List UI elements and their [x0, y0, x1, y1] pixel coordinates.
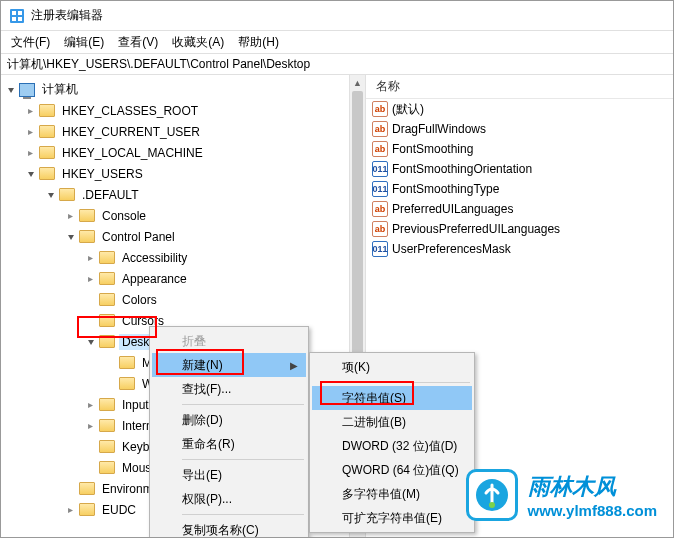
list-item[interactable]: 011FontSmoothingType — [366, 179, 673, 199]
value-name: FontSmoothingType — [392, 182, 499, 196]
folder-icon — [99, 461, 115, 474]
twisty-icon[interactable] — [63, 230, 77, 244]
twisty-icon[interactable] — [3, 83, 17, 97]
ctx-label: 折叠 — [182, 333, 206, 350]
value-name: DragFullWindows — [392, 122, 486, 136]
list-item[interactable]: 011UserPreferencesMask — [366, 239, 673, 259]
ctx-find[interactable]: 查找(F)... — [152, 377, 306, 401]
list-header-name[interactable]: 名称 — [366, 75, 673, 99]
ctx-copy-key-name[interactable]: 复制项名称(C) — [152, 518, 306, 538]
tree-hku[interactable]: HKEY_USERS — [1, 163, 365, 184]
folder-icon — [99, 272, 115, 285]
twisty-icon[interactable] — [23, 146, 37, 160]
folder-icon — [99, 335, 115, 348]
ctx-new-binary[interactable]: 二进制值(B) — [312, 410, 472, 434]
tree-default[interactable]: .DEFAULT — [1, 184, 365, 205]
folder-icon — [99, 440, 115, 453]
tree-hkcu[interactable]: HKEY_CURRENT_USER — [1, 121, 365, 142]
tree-root[interactable]: 计算机 — [1, 79, 365, 100]
ctx-new-expandstring[interactable]: 可扩充字符串值(E) — [312, 506, 472, 530]
reg-string-icon: ab — [372, 101, 388, 117]
tree-accessibility[interactable]: Accessibility — [1, 247, 365, 268]
ctx-label: QWORD (64 位)值(Q) — [342, 462, 459, 479]
menu-view[interactable]: 查看(V) — [112, 32, 164, 53]
list-item[interactable]: abPreferredUILanguages — [366, 199, 673, 219]
value-name: PreviousPreferredUILanguages — [392, 222, 560, 236]
tree-label: EUDC — [99, 502, 139, 518]
twisty-icon[interactable] — [83, 251, 97, 265]
context-menu-key: 折叠 新建(N)▶ 查找(F)... 删除(D) 重命名(R) 导出(E) 权限… — [149, 326, 309, 538]
ctx-new-key[interactable]: 项(K) — [312, 355, 472, 379]
list-item[interactable]: ab(默认) — [366, 99, 673, 119]
tree-label: Control Panel — [99, 229, 178, 245]
twisty-icon[interactable] — [83, 398, 97, 412]
tree-hklm[interactable]: HKEY_LOCAL_MACHINE — [1, 142, 365, 163]
twisty-icon[interactable] — [23, 104, 37, 118]
list-body: ab(默认) abDragFullWindows abFontSmoothing… — [366, 99, 673, 259]
svg-rect-3 — [12, 17, 16, 21]
folder-icon — [119, 356, 135, 369]
tree-hkcr[interactable]: HKEY_CLASSES_ROOT — [1, 100, 365, 121]
menu-edit[interactable]: 编辑(E) — [58, 32, 110, 53]
folder-icon — [39, 125, 55, 138]
menu-file[interactable]: 文件(F) — [5, 32, 56, 53]
ctx-new-multistring[interactable]: 多字符串值(M) — [312, 482, 472, 506]
ctx-export[interactable]: 导出(E) — [152, 463, 306, 487]
twisty-icon[interactable] — [63, 503, 77, 517]
address-input[interactable] — [7, 57, 667, 71]
twisty-icon — [83, 314, 97, 328]
list-header-label: 名称 — [376, 78, 400, 95]
twisty-icon[interactable] — [63, 209, 77, 223]
twisty-icon[interactable] — [83, 272, 97, 286]
window-title: 注册表编辑器 — [31, 7, 103, 24]
ctx-label: 复制项名称(C) — [182, 522, 259, 539]
scroll-thumb[interactable] — [352, 91, 363, 368]
reg-binary-icon: 011 — [372, 241, 388, 257]
list-item[interactable]: 011FontSmoothingOrientation — [366, 159, 673, 179]
tree-console[interactable]: Console — [1, 205, 365, 226]
separator — [342, 382, 470, 383]
reg-string-icon: ab — [372, 121, 388, 137]
twisty-icon — [83, 293, 97, 307]
tree-label: Input — [119, 397, 152, 413]
tree-colors[interactable]: Colors — [1, 289, 365, 310]
reg-binary-icon: 011 — [372, 161, 388, 177]
tree-controlpanel[interactable]: Control Panel — [1, 226, 365, 247]
twisty-icon — [103, 377, 117, 391]
list-item[interactable]: abPreviousPreferredUILanguages — [366, 219, 673, 239]
folder-icon — [119, 377, 135, 390]
ctx-rename[interactable]: 重命名(R) — [152, 432, 306, 456]
folder-icon — [79, 503, 95, 516]
reg-string-icon: ab — [372, 221, 388, 237]
menu-favorites[interactable]: 收藏夹(A) — [166, 32, 230, 53]
folder-icon — [99, 419, 115, 432]
twisty-icon[interactable] — [23, 125, 37, 139]
ctx-new[interactable]: 新建(N)▶ — [152, 353, 306, 377]
twisty-icon[interactable] — [23, 167, 37, 181]
ctx-label: 可扩充字符串值(E) — [342, 510, 442, 527]
ctx-collapse: 折叠 — [152, 329, 306, 353]
ctx-permissions[interactable]: 权限(P)... — [152, 487, 306, 511]
tree-label: Accessibility — [119, 250, 190, 266]
app-icon — [9, 8, 25, 24]
list-item[interactable]: abFontSmoothing — [366, 139, 673, 159]
reg-string-icon: ab — [372, 141, 388, 157]
menu-help[interactable]: 帮助(H) — [232, 32, 285, 53]
ctx-delete[interactable]: 删除(D) — [152, 408, 306, 432]
ctx-label: 字符串值(S) — [342, 390, 406, 407]
svg-rect-2 — [18, 11, 22, 15]
twisty-icon[interactable] — [83, 335, 97, 349]
ctx-new-dword[interactable]: DWORD (32 位)值(D) — [312, 434, 472, 458]
svg-rect-1 — [12, 11, 16, 15]
ctx-new-string[interactable]: 字符串值(S) — [312, 386, 472, 410]
ctx-new-qword[interactable]: QWORD (64 位)值(Q) — [312, 458, 472, 482]
twisty-icon[interactable] — [83, 419, 97, 433]
folder-icon — [79, 230, 95, 243]
folder-icon — [79, 482, 95, 495]
tree-appearance[interactable]: Appearance — [1, 268, 365, 289]
twisty-icon[interactable] — [43, 188, 57, 202]
list-item[interactable]: abDragFullWindows — [366, 119, 673, 139]
ctx-label: 查找(F)... — [182, 381, 231, 398]
scroll-up-icon[interactable]: ▲ — [350, 75, 365, 91]
value-name: FontSmoothing — [392, 142, 473, 156]
